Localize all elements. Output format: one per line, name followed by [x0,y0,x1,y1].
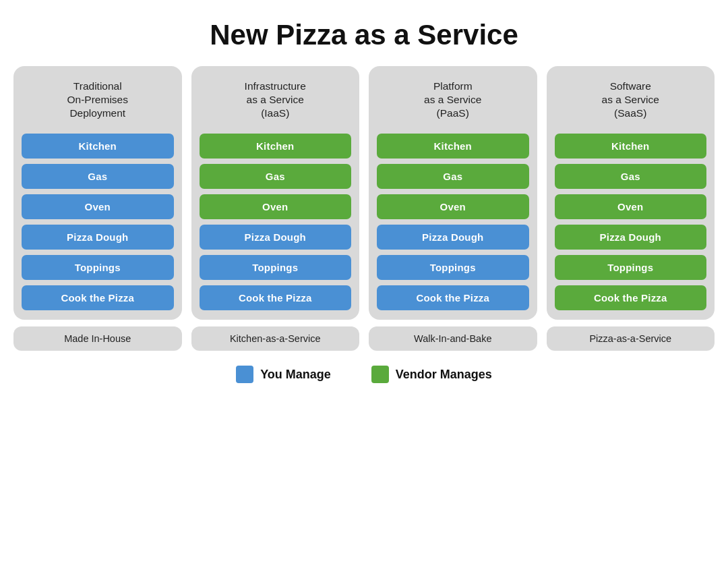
item-saas-5: Cook the Pizza [555,285,707,310]
legend-you-manage-label: You Manage [260,368,331,382]
item-iaas-5: Cook the Pizza [200,285,352,310]
legend-vendor-manages: Vendor Manages [371,366,492,383]
item-paas-2: Oven [377,194,529,219]
item-traditional-5: Cook the Pizza [22,285,174,310]
item-saas-4: Toppings [555,255,707,280]
column-paas: Platform as a Service (PaaS)KitchenGasOv… [369,66,537,351]
column-saas: Software as a Service (SaaS)KitchenGasOv… [547,66,715,351]
item-saas-1: Gas [555,164,707,189]
column-card-paas: Platform as a Service (PaaS)KitchenGasOv… [369,66,537,320]
legend-blue-box [236,366,253,383]
item-traditional-3: Pizza Dough [22,225,174,250]
item-iaas-1: Gas [200,164,352,189]
item-iaas-2: Oven [200,194,352,219]
item-iaas-4: Toppings [200,255,352,280]
item-paas-5: Cook the Pizza [377,285,529,310]
legend-green-box [371,366,389,383]
item-paas-1: Gas [377,164,529,189]
column-header-iaas: Infrastructure as a Service (IaaS) [245,76,306,124]
column-traditional: Traditional On-Premises DeploymentKitche… [13,66,182,351]
item-saas-0: Kitchen [555,134,707,159]
legend-you-manage: You Manage [236,366,331,383]
page-title: New Pizza as a Service [210,19,518,51]
item-traditional-4: Toppings [22,255,174,280]
item-paas-4: Toppings [377,255,529,280]
footer-saas: Pizza-as-a-Service [547,326,715,351]
item-traditional-1: Gas [22,164,174,189]
column-card-saas: Software as a Service (SaaS)KitchenGasOv… [547,66,715,320]
legend: You Manage Vendor Manages [236,366,492,383]
item-paas-0: Kitchen [377,134,529,159]
footer-traditional: Made In-House [13,326,182,351]
item-traditional-2: Oven [22,194,174,219]
columns-container: Traditional On-Premises DeploymentKitche… [0,66,728,351]
item-traditional-0: Kitchen [22,134,174,159]
item-saas-2: Oven [555,194,707,219]
item-paas-3: Pizza Dough [377,225,529,250]
footer-paas: Walk-In-and-Bake [369,326,537,351]
legend-vendor-manages-label: Vendor Manages [396,368,492,382]
column-header-paas: Platform as a Service (PaaS) [424,76,481,124]
column-card-traditional: Traditional On-Premises DeploymentKitche… [13,66,182,320]
column-header-traditional: Traditional On-Premises Deployment [67,76,128,124]
item-saas-3: Pizza Dough [555,225,707,250]
item-iaas-0: Kitchen [200,134,352,159]
column-card-iaas: Infrastructure as a Service (IaaS)Kitche… [191,66,360,320]
footer-iaas: Kitchen-as-a-Service [191,326,360,351]
column-header-saas: Software as a Service (SaaS) [602,76,659,124]
item-iaas-3: Pizza Dough [200,225,352,250]
column-iaas: Infrastructure as a Service (IaaS)Kitche… [191,66,360,351]
